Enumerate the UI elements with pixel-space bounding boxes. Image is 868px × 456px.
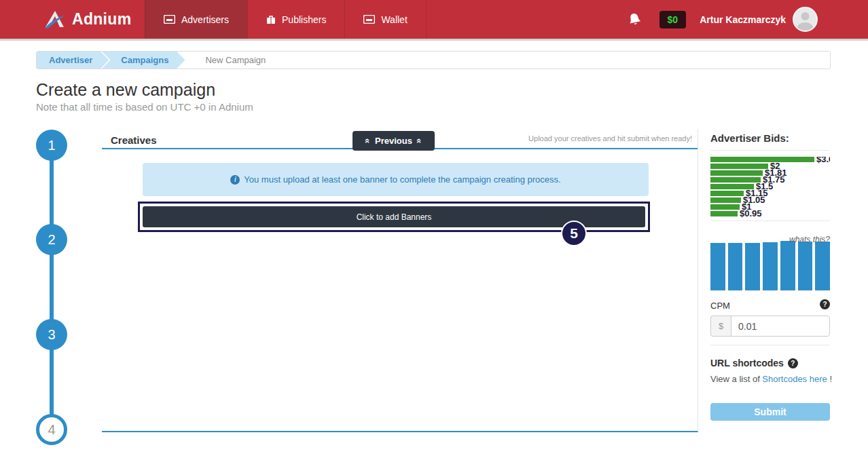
top-navbar: Adnium Advertisers Publishers (0, 0, 868, 39)
shortcodes-text-suffix: ! (827, 374, 832, 384)
brand-name: Adnium (72, 10, 131, 28)
chevron-double-up-icon: « (363, 138, 372, 143)
cpm-input[interactable] (731, 316, 830, 337)
nav-tab-label: Advertisers (181, 14, 229, 25)
cpm-label: CPM (710, 301, 730, 311)
bid-bar (710, 170, 763, 176)
bid-bar-row: $1.5 (710, 184, 830, 189)
creatives-panel: Creatives « Previous « Upload your creat… (102, 129, 698, 432)
step-circle-4[interactable]: 4 (36, 414, 67, 445)
person-icon (794, 8, 816, 31)
info-alert-text: You must upload at least one banner to c… (244, 174, 560, 185)
publishers-icon (266, 15, 276, 24)
breadcrumb-label: Campaigns (121, 55, 168, 65)
info-circle-icon: i (230, 175, 240, 185)
wallet-icon (363, 15, 375, 24)
divider (710, 345, 830, 345)
navbar-shadow (0, 39, 868, 41)
nav-tab-label: Wallet (381, 14, 407, 25)
brand[interactable]: Adnium (43, 0, 131, 39)
volume-bar (780, 241, 795, 290)
step-connector-line (50, 145, 54, 430)
breadcrumb-new-campaign: New Campaign (185, 52, 266, 69)
info-alert: i You must upload at least one banner to… (143, 163, 649, 196)
upload-hint: Upload your creatives and hit submit whe… (528, 134, 692, 142)
previous-button[interactable]: « Previous « (352, 131, 435, 151)
bid-value-label: $3.6 (816, 157, 830, 162)
step-circle-3[interactable]: 3 (36, 319, 67, 350)
volume-bar (710, 243, 725, 290)
page-title: Create a new campaign (36, 80, 215, 100)
nav-tab-publishers[interactable]: Publishers (247, 0, 344, 39)
whats-this-link[interactable]: whats this? (789, 235, 830, 244)
shortcodes-link[interactable]: Shortcodes here (762, 374, 827, 384)
step-circle-1[interactable]: 1 (36, 130, 67, 161)
user-name: Artur Kaczmarczyk (700, 14, 786, 25)
currency-prefix: $ (710, 316, 731, 337)
avatar[interactable] (793, 7, 818, 32)
url-shortcodes-label: URL shortcodes (710, 358, 784, 368)
cpm-input-group: $ (710, 316, 830, 337)
bid-bar (710, 177, 761, 183)
nav-tab-wallet[interactable]: Wallet (344, 0, 426, 39)
step-circle-2[interactable]: 2 (36, 224, 67, 255)
shortcodes-help-question-icon[interactable]: ? (788, 358, 798, 368)
volume-bar (763, 242, 778, 290)
page-subtitle: Note that all time is based on UTC +0 in… (36, 101, 253, 113)
notifications-bell-icon[interactable] (628, 12, 642, 27)
nav-tab-label: Publishers (282, 14, 326, 25)
url-shortcodes-title: URL shortcodes ? (710, 358, 798, 368)
navbar-right: $0 Artur Kaczmarczyk (628, 0, 818, 39)
bids-title: Advertiser Bids: (710, 132, 789, 144)
bid-bar (710, 211, 738, 216)
breadcrumb: Advertiser Campaigns New Campaign (36, 51, 831, 69)
bid-bar (710, 197, 741, 203)
balance-badge[interactable]: $0 (659, 11, 687, 28)
breadcrumb-campaigns[interactable]: Campaigns (102, 52, 185, 69)
traffic-volume-bar-chart (710, 241, 830, 290)
bid-bar (710, 164, 768, 169)
page: Adnium Advertisers Publishers (0, 0, 868, 456)
annotation-badge-5: 5 (561, 221, 587, 246)
divider (710, 150, 830, 151)
volume-bar (815, 242, 830, 290)
previous-button-label: Previous (375, 136, 412, 146)
volume-bar (798, 242, 813, 290)
volume-bar (728, 243, 743, 290)
submit-button[interactable]: Submit (710, 403, 830, 421)
advertiser-bids-bar-chart: $3.6$2$1.81$1.75$1.5$1.15$1.05$1$0.95 (710, 157, 830, 218)
volume-bar (745, 243, 760, 290)
breadcrumb-label: Advertiser (49, 55, 92, 65)
bid-bar-row: $0.95 (710, 211, 830, 216)
shortcodes-text-prefix: View a list of (710, 374, 762, 384)
advertisers-icon (164, 15, 175, 24)
bid-value-label: $0.95 (740, 211, 762, 216)
main-nav: Advertisers Publishers Wallet (145, 0, 427, 39)
bid-bar (710, 157, 814, 162)
advertiser-bids-sidebar: Advertiser Bids: $3.6$2$1.81$1.75$1.5$1.… (710, 129, 830, 428)
cpm-help-question-icon[interactable]: ? (820, 299, 830, 309)
shortcodes-text: View a list of Shortcodes here ! (710, 374, 832, 384)
bid-bar (710, 204, 740, 210)
adnium-logo-icon (43, 10, 67, 30)
breadcrumb-label: New Campaign (205, 55, 266, 65)
breadcrumb-advertiser[interactable]: Advertiser (37, 52, 109, 69)
bid-bar-row: $1.05 (710, 197, 830, 203)
bid-bar-row: $1.15 (710, 191, 830, 196)
bid-bar-row: $1 (710, 204, 830, 210)
divider (710, 221, 830, 221)
nav-tab-advertisers[interactable]: Advertisers (145, 0, 247, 39)
chevron-double-up-icon: « (415, 138, 424, 143)
section-title: Creatives (111, 134, 157, 146)
bid-bar (710, 191, 744, 196)
